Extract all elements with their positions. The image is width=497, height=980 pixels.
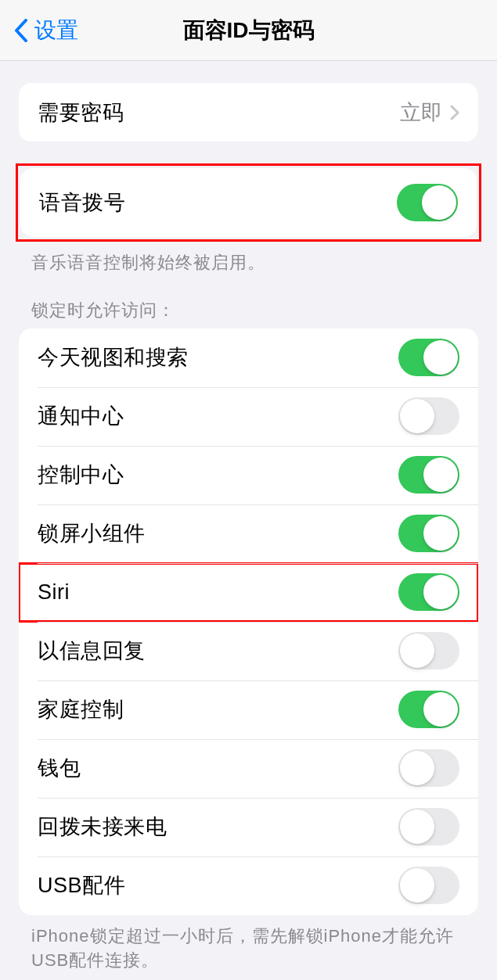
lock-item-label: 今天视图和搜索 [38, 343, 398, 372]
lock-item-toggle[interactable] [398, 515, 459, 552]
toggle-knob [400, 751, 434, 785]
toggle-knob [423, 516, 458, 551]
back-label: 设置 [34, 16, 78, 45]
voice-dial-footer: 音乐语音控制将始终被启用。 [31, 251, 466, 275]
lock-item-row: 钱包 [19, 739, 478, 798]
lock-item-toggle[interactable] [398, 397, 459, 435]
toggle-knob [400, 868, 434, 903]
lock-item-toggle[interactable] [398, 691, 459, 728]
chevron-right-icon [450, 105, 459, 120]
lock-item-label: USB配件 [38, 871, 398, 899]
require-passcode-row[interactable]: 需要密码 立即 [19, 83, 478, 142]
passcode-group: 需要密码 立即 [19, 83, 478, 142]
back-button[interactable]: 设置 [8, 16, 78, 45]
usb-footer: iPhone锁定超过一小时后，需先解锁iPhone才能允许USB配件连接。 [31, 924, 466, 973]
lock-item-label: 钱包 [38, 754, 398, 782]
toggle-knob [400, 634, 434, 668]
toggle-knob [400, 809, 434, 844]
lock-item-row: 控制中心 [19, 446, 478, 504]
toggle-knob [423, 692, 458, 727]
lock-item-toggle[interactable] [398, 573, 459, 611]
lock-item-label: 以信息回复 [38, 637, 398, 665]
voice-dial-row: 语音拨号 [20, 168, 477, 237]
chevron-left-icon [8, 17, 34, 44]
lock-item-label: 家庭控制 [38, 695, 398, 723]
lock-item-row: 以信息回复 [19, 622, 478, 680]
lock-item-row: 回拨未接来电 [19, 798, 478, 856]
toggle-knob [423, 340, 458, 375]
lock-item-label: 控制中心 [38, 461, 398, 489]
lock-item-toggle[interactable] [398, 456, 459, 494]
toggle-knob [423, 458, 458, 492]
lock-item-toggle[interactable] [398, 632, 459, 669]
voice-dial-highlight: 语音拨号 [16, 163, 481, 242]
voice-dial-group: 语音拨号 [20, 168, 477, 237]
lock-item-row: 通知中心 [19, 387, 478, 446]
lock-item-row: 今天视图和搜索 [19, 328, 478, 387]
lock-section-header: 锁定时允许访问： [31, 299, 466, 322]
lock-item-toggle[interactable] [398, 339, 459, 376]
toggle-knob [423, 575, 458, 609]
lock-access-group: 今天视图和搜索通知中心控制中心锁屏小组件Siri以信息回复家庭控制钱包回拨未接来… [19, 328, 478, 915]
lock-item-row: Siri [19, 563, 478, 622]
lock-item-toggle[interactable] [398, 749, 459, 787]
toggle-knob [422, 185, 456, 220]
toggle-knob [400, 399, 434, 433]
lock-item-row: 锁屏小组件 [19, 504, 478, 563]
require-passcode-value: 立即 [400, 99, 442, 127]
lock-item-row: USB配件 [19, 856, 478, 915]
lock-item-row: 家庭控制 [19, 680, 478, 739]
require-passcode-label: 需要密码 [38, 99, 400, 127]
lock-item-toggle[interactable] [398, 867, 459, 904]
lock-item-label: Siri [38, 580, 398, 605]
voice-dial-toggle[interactable] [397, 184, 458, 221]
voice-dial-label: 语音拨号 [39, 188, 397, 217]
lock-item-toggle[interactable] [398, 808, 459, 845]
lock-item-label: 锁屏小组件 [38, 519, 398, 547]
lock-item-label: 通知中心 [38, 402, 398, 430]
content: 需要密码 立即 语音拨号 音乐语音控制将始终被启用。 锁定时允许访问： 今天视图… [0, 83, 497, 980]
nav-header: 设置 面容ID与密码 [0, 0, 497, 61]
lock-item-label: 回拨未接来电 [38, 813, 398, 841]
